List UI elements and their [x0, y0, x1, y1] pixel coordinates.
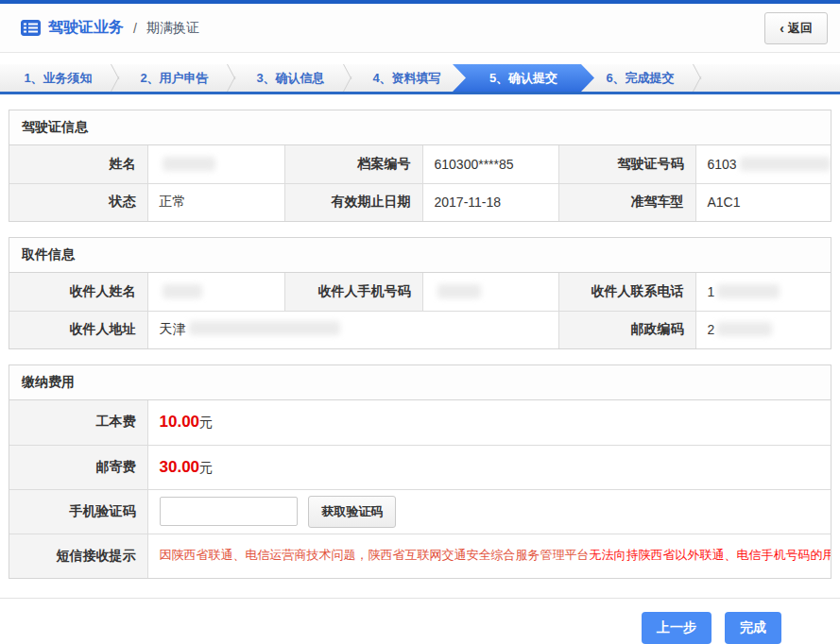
redacted-blur: [189, 321, 340, 335]
back-button[interactable]: ‹ 返回: [764, 12, 828, 44]
step-5-confirm-submit[interactable]: 5、确认提交: [453, 64, 594, 92]
recipient-address-label: 收件人地址: [9, 311, 147, 348]
vehicle-class-value: A1C1: [695, 183, 831, 221]
work-fee-value: 10.00元: [147, 400, 831, 445]
step-6-complete[interactable]: 6、完成提交: [582, 64, 698, 92]
step-3-confirm-info[interactable]: 3、确认信息: [232, 64, 349, 92]
table-row: 邮寄费 30.00元: [9, 445, 831, 489]
footer-actions: 上一步 完成: [0, 599, 840, 644]
step-separator: [105, 64, 116, 92]
license-info-section: 驾驶证信息 姓名 档案编号 610300****85 驾驶证号码 6103 状态…: [9, 110, 831, 222]
sms-notice-text: 因陕西省联通、电信运营商技术问题，陕西省互联网交通安全综合服务管理平台无法向持陕…: [147, 534, 831, 578]
license-section-title: 驾驶证信息: [9, 110, 831, 145]
recipient-mobile-label: 收件人手机号码: [284, 273, 422, 311]
recipient-name-label: 收件人姓名: [9, 273, 147, 311]
step-2-declaration[interactable]: 2、用户申告: [116, 64, 232, 92]
table-row: 短信接收提示 因陕西省联通、电信运营商技术问题，陕西省互联网交通安全综合服务管理…: [9, 534, 831, 578]
recipient-phone-label: 收件人联系电话: [558, 273, 695, 311]
redacted-blur: [717, 322, 772, 336]
name-value: [147, 145, 284, 183]
license-form-icon: [21, 20, 41, 36]
sms-code-cell: 获取验证码: [147, 489, 831, 534]
expiry-date-label: 有效期止日期: [284, 183, 422, 221]
status-value: 正常: [147, 183, 284, 221]
get-sms-code-button[interactable]: 获取验证码: [308, 496, 396, 528]
redacted-blur: [740, 157, 831, 171]
breadcrumb-current: 期满换证: [146, 20, 199, 37]
license-number-label: 驾驶证号码: [558, 145, 695, 183]
sms-notice-label: 短信接收提示: [9, 534, 147, 578]
recipient-name-value: [147, 273, 284, 311]
fees-section-title: 缴纳费用: [9, 365, 831, 400]
table-row: 状态 正常 有效期止日期 2017-11-18 准驾车型 A1C1: [9, 183, 831, 221]
file-number-label: 档案编号: [284, 145, 422, 183]
vehicle-class-label: 准驾车型: [558, 183, 695, 221]
postcode-label: 邮政编码: [558, 311, 695, 348]
post-fee-value: 30.00元: [147, 445, 831, 489]
post-fee-label: 邮寄费: [9, 445, 147, 489]
page-header: 驾驶证业务 / 期满换证 ‹ 返回: [0, 4, 840, 53]
step-4-fill-data[interactable]: 4、资料填写: [349, 64, 465, 92]
post-fee-unit: 元: [199, 460, 213, 475]
previous-step-button[interactable]: 上一步: [642, 612, 711, 644]
redacted-blur: [163, 284, 202, 298]
table-row: 手机验证码 获取验证码: [9, 489, 831, 534]
back-button-label: 返回: [788, 20, 813, 37]
step-wizard: 1、业务须知 2、用户申告 3、确认信息 4、资料填写 5、确认提交 6、完成提…: [0, 64, 840, 94]
chevron-left-icon: ‹: [780, 22, 784, 35]
license-number-value: 6103: [695, 145, 831, 183]
post-fee-amount: 30.00: [160, 458, 200, 476]
redacted-blur: [437, 284, 481, 298]
table-row: 收件人地址 天津 邮政编码 2: [9, 311, 831, 348]
file-number-value: 610300****85: [422, 145, 558, 183]
table-row: 姓名 档案编号 610300****85 驾驶证号码 6103: [9, 145, 831, 183]
step-separator: [337, 64, 349, 92]
notice-part-1: 因陕西省联通、电信运营商技术问题，陕西省互联网交通安全综合服务管理平台: [160, 548, 590, 562]
redacted-blur: [717, 284, 780, 298]
name-label: 姓名: [9, 145, 147, 183]
table-row: 收件人姓名 收件人手机号码 收件人联系电话 1: [9, 273, 831, 311]
status-label: 状态: [9, 183, 147, 221]
pickup-section-title: 取件信息: [9, 238, 831, 273]
step-1-notice[interactable]: 1、业务须知: [0, 64, 116, 92]
pickup-info-section: 取件信息 收件人姓名 收件人手机号码 收件人联系电话 1 收件人地址 天津 邮政…: [9, 237, 831, 349]
recipient-phone-value: 1: [695, 273, 831, 311]
work-fee-unit: 元: [199, 415, 213, 430]
fees-section: 缴纳费用 工本费 10.00元 邮寄费 30.00元 手机验证码 获取验证码 短…: [9, 364, 831, 579]
step-separator: [687, 64, 698, 92]
recipient-mobile-value: [422, 273, 558, 311]
redacted-blur: [163, 157, 215, 171]
step-separator: [221, 64, 232, 92]
sms-code-input[interactable]: [160, 497, 298, 526]
expiry-date-value: 2017-11-18: [422, 183, 558, 221]
recipient-address-value: 天津: [147, 311, 558, 348]
finish-button[interactable]: 完成: [725, 612, 781, 644]
breadcrumb-divider: /: [133, 21, 137, 36]
work-fee-amount: 10.00: [160, 413, 200, 431]
work-fee-label: 工本费: [9, 400, 147, 445]
table-row: 工本费 10.00元: [9, 400, 831, 445]
sms-code-label: 手机验证码: [9, 489, 147, 534]
postcode-value: 2: [695, 311, 831, 348]
page-title: 驾驶证业务: [48, 18, 124, 38]
notice-part-2: 无法向持陕西省以外联通、电信手机号码的用户发送短信,: [590, 548, 831, 562]
